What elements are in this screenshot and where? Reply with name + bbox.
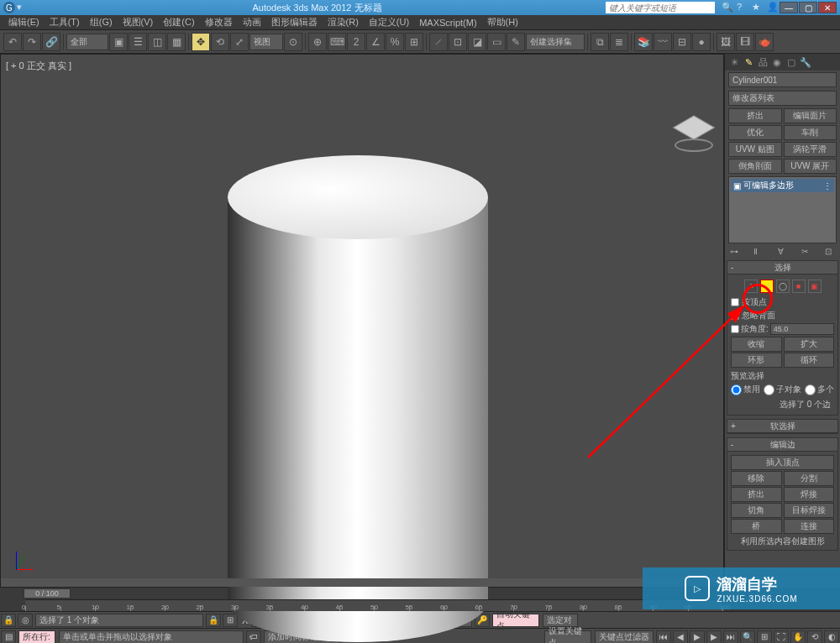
quick-align-button[interactable]: ✎ [507, 33, 525, 51]
subobj-edge-icon[interactable]: ◁ [760, 280, 774, 293]
weld-button[interactable]: 焊接 [784, 487, 835, 502]
redo-button[interactable]: ↷ [23, 33, 41, 51]
zoom-icon[interactable]: 🔍 [740, 630, 755, 644]
maximize-button[interactable]: ▢ [799, 2, 817, 13]
pan-icon[interactable]: ✋ [790, 630, 806, 644]
dropdown-icon[interactable]: ▾ [17, 2, 29, 13]
snap-angle-button[interactable]: ∠ [366, 33, 385, 51]
schematic-button[interactable]: ⊟ [673, 33, 691, 51]
layer-button[interactable]: 📚 [634, 33, 653, 51]
mirror2-button[interactable]: ⧉ [591, 33, 609, 51]
menu-render[interactable]: 渲染(R) [323, 16, 364, 29]
fov-icon[interactable]: ◐ [824, 630, 839, 644]
stack-item-editable-poly[interactable]: ▣ 可编辑多边形 ⋮ [731, 179, 834, 192]
target-weld-button[interactable]: 目标焊接 [784, 503, 835, 518]
manipulate-button[interactable]: ⊕ [308, 33, 327, 51]
use-pivot-button[interactable]: ⊙ [284, 33, 302, 51]
disable-radio[interactable] [731, 384, 742, 395]
mod-turbosmooth-button[interactable]: 涡轮平滑 [784, 142, 837, 157]
snap-3d-button[interactable]: % [386, 33, 404, 51]
scale-button[interactable]: ⤢ [230, 33, 249, 51]
help-search-input[interactable] [606, 2, 715, 13]
rotate-button[interactable]: ⟲ [211, 33, 229, 51]
multi-radio[interactable] [805, 384, 816, 395]
now-field[interactable]: 所在行: [18, 630, 55, 644]
menu-custom[interactable]: 自定义(U) [364, 16, 414, 29]
ignore-backfacing-checkbox[interactable] [731, 311, 739, 320]
select-name-button[interactable]: ☰ [129, 33, 147, 51]
insert-vertex-button[interactable]: 插入顶点 [731, 455, 834, 470]
window-crossing-button[interactable]: ▦ [167, 33, 186, 51]
render-frame-button[interactable]: 🎞 [736, 33, 754, 51]
max-viewport-icon[interactable]: ⛶ [774, 630, 789, 644]
menu-tools[interactable]: 工具(T) [45, 16, 85, 29]
create-tab-icon[interactable]: ✳ [728, 56, 740, 68]
pin-stack-icon[interactable]: ⊶ [730, 247, 740, 257]
split-button[interactable]: 分割 [784, 471, 835, 486]
menu-modifier[interactable]: 修改器 [200, 16, 238, 29]
favorite-icon[interactable]: ★ [752, 2, 764, 13]
modifier-list[interactable]: 修改器列表 [728, 91, 837, 106]
show-end-icon[interactable]: Ⅱ [753, 247, 764, 257]
viewport[interactable]: [ + 0 正交 真实 ] [0, 54, 724, 588]
help-icon[interactable]: ? [737, 2, 748, 13]
tag-icon[interactable]: 🏷 [246, 630, 261, 644]
viewport-scrollbar[interactable] [1, 578, 723, 587]
modify-tab-icon[interactable]: ✎ [743, 56, 754, 68]
goto-end-icon[interactable]: ⏭ [723, 630, 738, 644]
menu-animation[interactable]: 动画 [238, 16, 266, 29]
mod-editpatch-button[interactable]: 编辑面片 [784, 108, 837, 123]
select-button[interactable]: ▣ [109, 33, 128, 51]
mod-optimize-button[interactable]: 优化 [728, 125, 782, 140]
subobj-radio[interactable] [764, 384, 774, 395]
extrude-edge-button[interactable]: 挤出 [731, 487, 782, 502]
menu-maxscript[interactable]: MAXScript(M) [414, 18, 481, 28]
cylinder-object-icon[interactable] [228, 155, 488, 609]
ref-coord-system[interactable]: 视图 [249, 34, 283, 50]
display-tab-icon[interactable]: ▢ [785, 56, 797, 68]
menu-view[interactable]: 视图(V) [118, 16, 159, 29]
mirror-button[interactable]: ◪ [468, 33, 486, 51]
by-vertex-checkbox[interactable] [731, 298, 739, 306]
object-name-field[interactable]: Cylinder001 [728, 72, 837, 87]
lock-icon[interactable]: 🔒 [1, 614, 16, 627]
menu-group[interactable]: 组(G) [85, 16, 118, 29]
connect-button[interactable]: 连接 [784, 519, 835, 534]
keyboard-shortcut-button[interactable]: ⌨ [328, 33, 346, 51]
minimize-button[interactable]: — [780, 2, 798, 13]
menu-graph[interactable]: 图形编辑器 [266, 16, 323, 29]
search-icon[interactable]: 🔍 [722, 2, 733, 13]
select-region-button[interactable]: ◫ [148, 33, 166, 51]
ring-button[interactable]: 环形 [731, 353, 782, 368]
close-button[interactable]: ✕ [818, 2, 837, 13]
subobj-element-icon[interactable]: ▣ [808, 280, 822, 293]
viewcube-icon[interactable] [673, 112, 715, 154]
hierarchy-tab-icon[interactable]: 品 [757, 56, 769, 68]
menu-edit[interactable]: 编辑(E) [3, 16, 45, 29]
angle-spinner[interactable]: 45.0 [770, 323, 834, 335]
mod-uvwmap-button[interactable]: UVW 贴图 [728, 142, 782, 157]
time-slider-thumb[interactable]: 0 / 100 [24, 588, 71, 599]
grow-button[interactable]: 扩大 [784, 337, 835, 352]
named-selection-set[interactable]: 创建选择集 [526, 34, 585, 50]
selection-filter[interactable]: 全部 [66, 34, 108, 50]
render-button[interactable]: 🫖 [755, 33, 774, 51]
snap-2d-button[interactable]: 2 [347, 33, 365, 51]
material-button[interactable]: ● [692, 33, 711, 51]
menu-create[interactable]: 创建(C) [158, 16, 199, 29]
make-unique-icon[interactable]: ∀ [778, 247, 788, 257]
mod-lathe-button[interactable]: 车削 [784, 125, 837, 140]
isolate-icon[interactable]: ◎ [18, 614, 33, 627]
prev-frame-icon[interactable]: ◀ [673, 630, 688, 644]
next-frame-icon[interactable]: ▶ [706, 630, 722, 644]
lock-sel-icon[interactable]: 🔒 [206, 614, 221, 627]
undo-button[interactable]: ↶ [3, 33, 22, 51]
keyfilter-button[interactable]: 关键点过滤器 [595, 630, 654, 644]
mod-bevelprofile-button[interactable]: 倒角剖面 [728, 159, 782, 174]
rollout-head-soft[interactable]: +软选择 [727, 420, 837, 433]
chamfer-button[interactable]: 切角 [731, 503, 782, 518]
menu-help[interactable]: 帮助(H) [482, 16, 523, 29]
align2-button[interactable]: ≣ [610, 33, 628, 51]
play-icon[interactable]: ▶ [690, 630, 705, 644]
snap-vertex-button[interactable]: ⊡ [449, 33, 467, 51]
